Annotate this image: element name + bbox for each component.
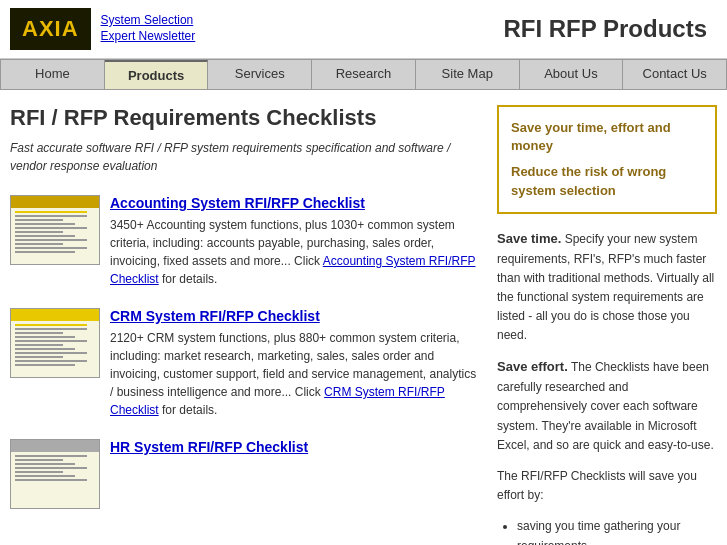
product-title-crm: CRM System RFI/RFP Checklist — [110, 308, 482, 324]
product-desc-crm: 2120+ CRM system functions, plus 880+ co… — [110, 329, 482, 419]
logo: AXIA — [10, 8, 91, 50]
expert-newsletter-link[interactable]: Expert Newsletter — [101, 29, 196, 43]
sidebar-line-2: Reduce the risk of wrong system selectio… — [511, 163, 703, 199]
sidebar-line-1: Save your time, effort and money — [511, 119, 703, 155]
product-title-hr: HR System RFI/RFP Checklist — [110, 439, 308, 455]
nav-products[interactable]: Products — [105, 60, 209, 89]
right-description: Save time. Specify your new system requi… — [497, 229, 717, 545]
system-selection-link[interactable]: System Selection — [101, 13, 196, 27]
nav-about[interactable]: About Us — [520, 60, 624, 89]
product-item-crm: CRM System RFI/RFP Checklist 2120+ CRM s… — [10, 308, 482, 419]
right-para-2: Save effort. The Checklists have been ca… — [497, 357, 717, 455]
page-heading: RFI / RFP Requirements Checklists — [10, 105, 482, 131]
product-text-crm: CRM System RFI/RFP Checklist 2120+ CRM s… — [110, 308, 482, 419]
nav-research[interactable]: Research — [312, 60, 416, 89]
nav-contact[interactable]: Contact Us — [623, 60, 727, 89]
nav-home[interactable]: Home — [0, 60, 105, 89]
product-item-hr: HR System RFI/RFP Checklist — [10, 439, 482, 509]
product-thumb-accounting — [10, 195, 100, 265]
product-thumb-crm — [10, 308, 100, 378]
product-text-accounting: Accounting System RFI/RFP Checklist 3450… — [110, 195, 482, 288]
main-content: RFI / RFP Requirements Checklists Fast a… — [0, 90, 727, 545]
header: AXIA System Selection Expert Newsletter … — [0, 0, 727, 59]
left-column: RFI / RFP Requirements Checklists Fast a… — [10, 105, 482, 545]
right-para-1-bold: Save time. — [497, 231, 561, 246]
sidebar-box: Save your time, effort and money Reduce … — [497, 105, 717, 214]
right-para-1: Save time. Specify your new system requi… — [497, 229, 717, 346]
product-thumb-hr — [10, 439, 100, 509]
product-item-accounting: Accounting System RFI/RFP Checklist 3450… — [10, 195, 482, 288]
right-column: Save your time, effort and money Reduce … — [497, 105, 717, 545]
right-para-1-rest: Specify your new system requirements, RF… — [497, 232, 714, 343]
navbar: Home Products Services Research Site Map… — [0, 59, 727, 90]
nav-services[interactable]: Services — [208, 60, 312, 89]
product-link-hr[interactable]: HR System RFI/RFP Checklist — [110, 439, 308, 455]
product-desc-accounting: 3450+ Accounting system functions, plus … — [110, 216, 482, 288]
product-title-accounting: Accounting System RFI/RFP Checklist — [110, 195, 482, 211]
product-link-accounting[interactable]: Accounting System RFI/RFP Checklist — [110, 195, 365, 211]
bullet-1: saving you time gathering your requireme… — [517, 517, 717, 545]
product-link-crm[interactable]: CRM System RFI/RFP Checklist — [110, 308, 320, 324]
right-bullets: saving you time gathering your requireme… — [517, 517, 717, 545]
product-text-hr: HR System RFI/RFP Checklist — [110, 439, 308, 460]
right-para-3: The RFI/RFP Checklists will save you eff… — [497, 467, 717, 505]
page-title: RFI RFP Products — [503, 15, 717, 43]
header-links: System Selection Expert Newsletter — [101, 13, 196, 45]
right-para-2-bold: Save effort. — [497, 359, 568, 374]
logo-text: AXIA — [22, 16, 79, 42]
page-subheading: Fast accurate software RFI / RFP system … — [10, 139, 482, 175]
nav-sitemap[interactable]: Site Map — [416, 60, 520, 89]
